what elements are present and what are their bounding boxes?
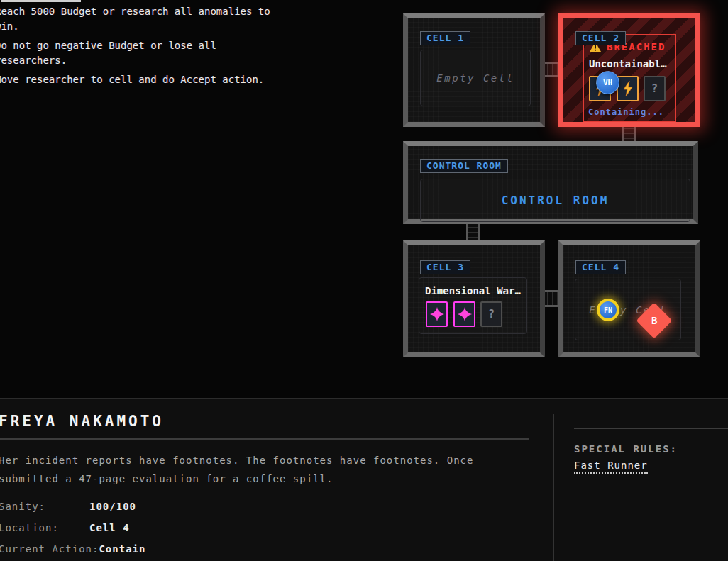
cell-contents-box: Empty Cell bbox=[420, 50, 531, 106]
stat-value: Contain bbox=[99, 543, 145, 555]
control-room-text: CONTROL ROOM bbox=[421, 179, 690, 221]
hallway-connector bbox=[544, 290, 560, 307]
objective-line: Reach 5000 Budget or research all anomal… bbox=[0, 4, 279, 34]
divider bbox=[574, 428, 728, 429]
researcher-token-initials: VH bbox=[603, 78, 612, 87]
researcher-detail-panel: FREYA NAKAMOTO Her incident reports have… bbox=[0, 398, 728, 561]
objective-line: Move researcher to cell and do Accept ac… bbox=[0, 72, 279, 87]
anomaly-icon-sparkle[interactable] bbox=[426, 301, 448, 327]
empty-cell-text: Empty Cell bbox=[575, 279, 680, 340]
clipped-heading-remnant bbox=[1, 0, 81, 2]
room-label: CELL 2 bbox=[575, 31, 626, 45]
anomaly-name: Dimensional War… bbox=[425, 285, 521, 296]
room-cell-2[interactable]: CELL 2 BREACHED Uncontainabl… bbox=[558, 13, 700, 127]
divider bbox=[553, 414, 554, 561]
lightning-icon bbox=[623, 81, 633, 96]
objective-line: Do not go negative Budget or lose all re… bbox=[0, 38, 279, 68]
hallway-connector bbox=[466, 223, 480, 242]
stat-row-sanity: Sanity:100/100 bbox=[0, 499, 145, 521]
anomaly-icon-unknown[interactable]: ? bbox=[480, 301, 502, 327]
researcher-token-initials: FN bbox=[604, 306, 612, 314]
special-rule-fast-runner[interactable]: Fast Runner bbox=[574, 460, 648, 474]
cell-contents-box: Dimensional War… ? bbox=[419, 277, 527, 334]
stat-row-location: Location:Cell 4 bbox=[0, 521, 145, 542]
anomaly-name: Uncontainabl… bbox=[589, 58, 667, 70]
game-screen: Reach 5000 Budget or research all anomal… bbox=[0, 0, 728, 561]
room-label: CELL 1 bbox=[420, 31, 470, 45]
researcher-bio: Her incident reports have footnotes. The… bbox=[0, 451, 495, 488]
divider bbox=[0, 438, 529, 440]
stat-label: Location: bbox=[0, 521, 89, 535]
stat-row-current-action: Current Action:Contain bbox=[0, 542, 145, 561]
objectives-text: Reach 5000 Budget or research all anomal… bbox=[0, 4, 279, 91]
question-mark-glyph: ? bbox=[488, 308, 495, 321]
stat-label: Current Action: bbox=[0, 542, 99, 556]
sparkle-icon bbox=[457, 306, 473, 322]
stat-value: Cell 4 bbox=[89, 522, 130, 533]
anomaly-icon-lightning[interactable] bbox=[617, 76, 639, 101]
researcher-stats: Sanity:100/100 Location:Cell 4 Current A… bbox=[0, 499, 145, 561]
breach-marker-letter: B bbox=[651, 315, 657, 326]
researcher-token-vh[interactable]: VH bbox=[596, 71, 619, 94]
room-cell-3[interactable]: CELL 3 Dimensional War… ? bbox=[403, 240, 545, 357]
containing-status-text: Containing... bbox=[588, 107, 664, 117]
special-rules-heading: SPECIAL RULES: bbox=[574, 443, 678, 455]
room-cell-1[interactable]: CELL 1 Empty Cell bbox=[403, 13, 545, 127]
hallway-connector bbox=[622, 126, 636, 143]
sparkle-icon bbox=[429, 306, 445, 322]
cell-contents-box: Empty Cell bbox=[575, 279, 681, 340]
room-control-room[interactable]: CONTROL ROOM CONTROL ROOM bbox=[403, 141, 698, 224]
room-label: CONTROL ROOM bbox=[420, 159, 508, 173]
empty-cell-text: Empty Cell bbox=[421, 50, 530, 106]
breached-cell-contents-box: BREACHED Uncontainabl… ? Containing... V… bbox=[583, 34, 676, 122]
anomaly-icon-unknown[interactable]: ? bbox=[644, 76, 666, 101]
question-mark-glyph: ? bbox=[651, 82, 658, 95]
room-cell-4[interactable]: CELL 4 Empty Cell FN B bbox=[558, 240, 700, 357]
researcher-name: FREYA NAKAMOTO bbox=[0, 413, 164, 430]
stat-value: 100/100 bbox=[89, 501, 136, 512]
stat-label: Sanity: bbox=[0, 499, 89, 513]
researcher-token-fn[interactable]: FN bbox=[597, 299, 619, 321]
cell-contents-box: CONTROL ROOM bbox=[420, 179, 690, 222]
hallway-connector bbox=[544, 62, 560, 77]
room-label: CELL 4 bbox=[575, 260, 626, 274]
room-label: CELL 3 bbox=[420, 260, 470, 274]
anomaly-icon-sparkle[interactable] bbox=[453, 301, 475, 327]
